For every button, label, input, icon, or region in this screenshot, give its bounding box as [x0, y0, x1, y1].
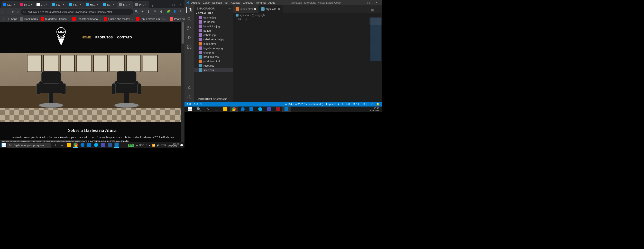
- search-activity-icon[interactable]: [186, 16, 192, 22]
- bookmark-item[interactable]: Bookmarks: [20, 17, 38, 21]
- browser-tab[interactable]: p5.js We✕: [18, 1, 35, 8]
- onedrive-icon[interactable]: ☁: [148, 144, 151, 147]
- tab-search-icon[interactable]: ⌄: [155, 1, 162, 8]
- status-errors[interactable]: ⊘ 0: [186, 103, 191, 106]
- forward-button[interactable]: →: [7, 10, 10, 14]
- chrome-icon-r[interactable]: [230, 106, 238, 112]
- taskbar-clock[interactable]: 10:4819/10/2021: [168, 143, 179, 147]
- wifi-icon[interactable]: 📶: [152, 144, 155, 147]
- toolbar-icon[interactable]: ⋮: [179, 10, 183, 14]
- vscode-close[interactable]: ✕: [372, 1, 380, 4]
- toolbar-icon[interactable]: ★: [141, 10, 145, 14]
- chrome-taskbar-icon[interactable]: [73, 143, 78, 148]
- status-item[interactable]: Ln 164, Col 2 (2517 selecionado): [284, 103, 323, 106]
- browser-tab[interactable]: Produto✕: [134, 1, 149, 8]
- toolbar-icon[interactable]: G: [160, 10, 164, 14]
- tab-close-icon[interactable]: ✕: [14, 3, 16, 6]
- file-tree-item[interactable]: bg.jpg: [194, 28, 233, 33]
- mendeley-icon-r[interactable]: [274, 106, 282, 112]
- menu-item[interactable]: Arquivo: [191, 1, 200, 4]
- start-button[interactable]: [2, 143, 6, 147]
- notifications-icon[interactable]: 💬: [180, 144, 183, 147]
- nav-link[interactable]: PRODUTOS: [96, 36, 113, 39]
- bookmark-item[interactable]: Toni Ferreira em "Di…: [136, 17, 167, 21]
- weather-widget[interactable]: ☁ 22°C: [136, 144, 144, 147]
- file-tree-item[interactable]: style.css: [194, 68, 233, 72]
- tab-close-icon[interactable]: ✕: [62, 3, 66, 6]
- menu-item[interactable]: Acessar: [231, 1, 240, 4]
- tab-close-icon[interactable]: ✕: [80, 3, 82, 6]
- toolbar-icon[interactable]: M: [154, 10, 158, 14]
- browser-tab[interactable]: Login | A✕: [2, 1, 18, 8]
- taskview-icon[interactable]: ▭: [60, 143, 65, 148]
- split-editor-icon[interactable]: ◫: [371, 8, 374, 12]
- mail-icon[interactable]: [87, 143, 92, 148]
- mail-icon-r[interactable]: [247, 106, 256, 112]
- tab-close-icon[interactable]: ✕: [113, 3, 116, 6]
- taskbar-search[interactable]: Digite aqui para pesquisar: [7, 143, 51, 148]
- browser-tab[interactable]: GitHub✕: [35, 1, 50, 8]
- address-bar[interactable]: ⓘ Arquivo | C:/Users/Marina%20Bueno/Down…: [21, 9, 133, 15]
- vscode-minimize[interactable]: —: [357, 1, 364, 4]
- outline-section[interactable]: ›ESTRUTURA DO CÓDIGO: [194, 97, 233, 102]
- tab-close-icon[interactable]: ✕: [30, 3, 33, 6]
- cortana-icon-r[interactable]: ○: [204, 106, 212, 112]
- status-item[interactable]: CSS: [363, 103, 368, 106]
- scrollbar-thumb[interactable]: [182, 22, 184, 44]
- taskview-icon-r[interactable]: ▭: [212, 106, 220, 112]
- cortana-icon[interactable]: ○: [52, 143, 58, 148]
- file-tree-item[interactable]: cabelo.jpg: [194, 33, 233, 37]
- bookmark-item[interactable]: Headstand tutorial…: [72, 17, 101, 21]
- toolbar-icon[interactable]: S: [148, 10, 152, 14]
- nav-link[interactable]: HOME: [82, 36, 91, 39]
- editor-tab[interactable]: style.css✕: [259, 5, 283, 13]
- nav-link[interactable]: CONTATO: [117, 36, 132, 39]
- apps-button[interactable]: ⋮⋮⋮Apps: [2, 17, 17, 20]
- close-button[interactable]: ✕: [177, 1, 184, 8]
- home-button[interactable]: ⌂: [17, 10, 19, 14]
- menu-item[interactable]: Ajuda: [268, 1, 275, 4]
- file-tree-item[interactable]: produtos.css: [194, 55, 233, 59]
- minimize-button[interactable]: —: [162, 1, 170, 8]
- vscode-icon-r[interactable]: [282, 106, 290, 112]
- status-warnings[interactable]: ⚠ 0: [193, 103, 198, 106]
- file-tree-item[interactable]: produtos.html: [194, 59, 233, 63]
- file-tree-item[interactable]: reset.css: [194, 63, 233, 68]
- volume-icon[interactable]: 🔊: [156, 144, 160, 147]
- explorer-icon-r[interactable]: [221, 106, 229, 112]
- menu-item[interactable]: Editar: [203, 1, 210, 4]
- settings-activity-icon[interactable]: [186, 94, 192, 100]
- file-tree-item[interactable]: beneficios.jpg: [194, 24, 233, 28]
- toolbar-icon[interactable]: 👤: [173, 10, 177, 14]
- browser-tab[interactable]: Formaçã✕: [67, 1, 84, 8]
- editor-breadcrumb[interactable]: style.css › ⬚ .copyright: [233, 13, 382, 17]
- tab-close-icon[interactable]: ✕: [46, 3, 49, 6]
- skype-icon[interactable]: [94, 143, 99, 148]
- edge-icon-r[interactable]: [238, 106, 247, 112]
- menu-item[interactable]: Terminal: [256, 1, 266, 4]
- browser-tab[interactable]: Formaçã✕: [50, 1, 67, 8]
- code-editor[interactable]: 164 }: [233, 17, 382, 102]
- debug-activity-icon[interactable]: [186, 34, 192, 40]
- vscode-taskbar-icon[interactable]: [114, 143, 119, 148]
- file-tree-item[interactable]: barba.jpg: [194, 20, 233, 24]
- new-tab-button[interactable]: +: [150, 4, 155, 8]
- tab-close-icon[interactable]: ✕: [129, 3, 132, 6]
- teams-icon-r[interactable]: [265, 106, 273, 112]
- explorer-activity-icon[interactable]: [186, 7, 192, 13]
- editor-tab[interactable]: index.html: [233, 5, 259, 13]
- bookmark-item[interactable]: Sugarfree - Scusa…: [41, 17, 69, 21]
- explorer-icon[interactable]: [66, 143, 72, 148]
- status-item[interactable]: Espaços: 4: [326, 103, 339, 106]
- menu-item[interactable]: Executar: [243, 1, 253, 4]
- language-indicator[interactable]: POR: [161, 144, 166, 147]
- menu-item[interactable]: Seleção: [212, 1, 222, 4]
- maximize-button[interactable]: ▢: [170, 1, 177, 8]
- scm-activity-icon[interactable]: [186, 25, 192, 31]
- teams-icon[interactable]: [100, 143, 106, 148]
- file-tree-item[interactable]: cabelo+barba.jpg: [194, 37, 233, 41]
- tray-chevron-icon[interactable]: ˄: [146, 144, 147, 147]
- file-tree-item[interactable]: banner.jpg: [194, 15, 233, 20]
- explorer-more-icon[interactable]: ⋯: [228, 7, 231, 10]
- menu-item[interactable]: Ver: [224, 1, 228, 4]
